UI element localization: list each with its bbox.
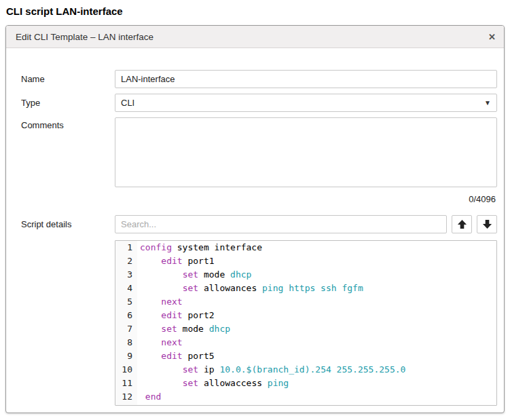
line-number: 10	[115, 363, 137, 377]
comments-label: Comments	[21, 117, 115, 130]
move-down-button[interactable]	[477, 215, 497, 233]
code-line: 10 set ip 10.0.$(branch_id).254 255.255.…	[115, 363, 496, 377]
code-text: set allowaccess ping	[137, 377, 289, 390]
editor-container: 1config system interface2 edit port13 se…	[115, 240, 497, 406]
line-number: 8	[115, 336, 137, 349]
code-line: 5 next	[115, 295, 496, 309]
arrow-up-icon	[457, 219, 467, 229]
line-number: 4	[115, 282, 137, 295]
code-line: 2 edit port1	[115, 254, 496, 268]
code-text: set allowances ping https ssh fgfm	[137, 282, 363, 295]
type-select[interactable]: CLI ▼	[115, 94, 497, 112]
line-number: 9	[115, 349, 137, 363]
code-line: 3 set mode dhcp	[115, 268, 496, 282]
line-number: 12	[115, 390, 137, 404]
page-title: CLI script LAN-interface	[6, 5, 505, 17]
line-number: 3	[115, 268, 137, 282]
code-line: 8 next	[115, 336, 496, 349]
code-line: 6 edit port2	[115, 309, 496, 322]
move-up-button[interactable]	[452, 215, 472, 233]
script-details-label: Script details	[21, 219, 115, 229]
search-input[interactable]	[115, 215, 447, 233]
arrow-down-icon	[482, 219, 492, 229]
code-text: set mode dhcp	[137, 322, 230, 336]
code-text: edit port1	[137, 254, 215, 268]
code-line: 4 set allowances ping https ssh fgfm	[115, 282, 496, 295]
code-line: 1config system interface	[115, 241, 496, 254]
line-number: 11	[115, 377, 137, 390]
line-number: 6	[115, 309, 137, 322]
close-icon[interactable]: ✕	[488, 33, 496, 41]
char-counter: 0/4096	[21, 194, 496, 204]
script-details-row: Script details	[21, 215, 497, 233]
code-line: 13end	[115, 404, 496, 406]
type-label: Type	[21, 98, 115, 108]
edit-cli-template-dialog: Edit CLI Template – LAN interface ✕ Name…	[5, 25, 505, 413]
chevron-down-icon: ▼	[484, 99, 491, 107]
code-text: next	[137, 336, 183, 349]
line-number: 1	[115, 241, 137, 254]
type-select-value: CLI	[121, 98, 484, 108]
code-editor[interactable]: 1config system interface2 edit port13 se…	[115, 240, 497, 406]
code-text: edit port5	[137, 349, 215, 363]
code-text: end	[137, 404, 156, 406]
code-text: set ip 10.0.$(branch_id).254 255.255.255…	[137, 363, 405, 377]
code-text: edit port2	[137, 309, 215, 322]
code-text: next	[137, 295, 183, 309]
comments-row: Comments	[21, 117, 497, 187]
dialog-header: Edit CLI Template – LAN interface ✕	[6, 26, 504, 48]
name-input[interactable]	[115, 70, 497, 88]
code-text: config system interface	[137, 241, 262, 254]
line-number: 2	[115, 254, 137, 268]
code-line: 11 set allowaccess ping	[115, 377, 496, 390]
code-text: set mode dhcp	[137, 268, 251, 282]
code-text: end	[137, 390, 161, 404]
dialog-title: Edit CLI Template – LAN interface	[16, 32, 488, 42]
code-line: 9 edit port5	[115, 349, 496, 363]
comments-textarea[interactable]	[115, 117, 497, 187]
code-line: 12 end	[115, 390, 496, 404]
type-row: Type CLI ▼	[21, 94, 497, 112]
name-row: Name	[21, 70, 497, 88]
script-search-toolbar	[115, 215, 497, 233]
code-line: 7 set mode dhcp	[115, 322, 496, 336]
name-label: Name	[21, 74, 115, 84]
line-number: 13	[115, 404, 137, 406]
line-number: 5	[115, 295, 137, 309]
dialog-body: Name Type CLI ▼ Comments 0/4096 Script d…	[6, 48, 504, 413]
line-number: 7	[115, 322, 137, 336]
